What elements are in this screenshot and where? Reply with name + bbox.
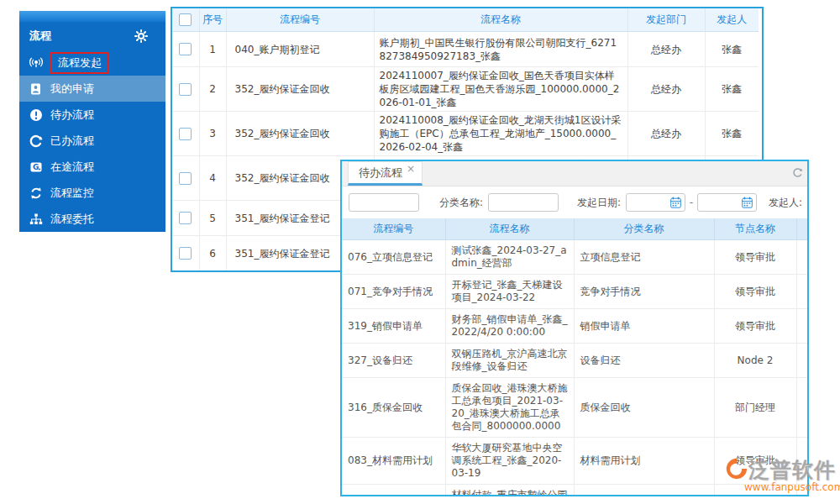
todo-node: 部门经理: [714, 378, 796, 438]
list-item[interactable]: 316_质保金回收 质保金回收_港珠澳大桥施工总承包项目_2021-03-20_…: [342, 378, 807, 438]
table-row[interactable]: 2 352_履约保证金回收 2024110007_履约保证金回收_国色天香项目实…: [172, 67, 759, 112]
sidebar-item-process-monitor[interactable]: 流程监控: [19, 180, 165, 206]
sidebar-item-my-applications[interactable]: 我的申请: [19, 76, 165, 102]
tab-label: 待办流程: [359, 165, 402, 181]
col-header-category: 分类名称: [574, 218, 714, 240]
todo-name: 开标登记_张鑫_天梯建设项目_2024-03-22: [445, 275, 574, 309]
process-start-highlight: 流程发起: [50, 52, 109, 74]
row-person: 张鑫: [705, 32, 759, 67]
sidebar-top-strip: [19, 11, 165, 22]
redo-c-icon: [29, 134, 43, 148]
vendor-watermark: 泛普软件 www.fanpusoft.com: [724, 456, 840, 493]
row-checkbox[interactable]: [179, 212, 192, 224]
list-item[interactable]: 319_销假申请单 财务部_销假申请单_张鑫_2022/4/20 0:00:00…: [342, 309, 807, 344]
sidebar-item-label: 流程发起: [58, 56, 102, 69]
todo-code: 083_材料需用计划: [342, 438, 445, 485]
keyword-input[interactable]: [349, 193, 419, 212]
badge-person-icon: [29, 82, 43, 96]
col-header-code: 流程编号: [342, 218, 445, 240]
row-checkbox[interactable]: [179, 172, 192, 185]
select-all-checkbox[interactable]: [179, 13, 192, 26]
sidebar-item-process-start[interactable]: 流程发起: [19, 50, 165, 76]
todo-name: 财务部_销假申请单_张鑫_2022/4/20 0:00:00: [445, 309, 574, 344]
row-checkbox[interactable]: [179, 128, 192, 140]
todo-code: 327_设备归还: [342, 344, 445, 378]
row-dept: 总经办: [627, 32, 705, 67]
todo-category: 质保金回收: [574, 378, 714, 438]
row-checkbox[interactable]: [179, 43, 192, 55]
row-name: 2024110007_履约保证金回收_国色天香项目实体样板房区域园建工程_国色天…: [374, 67, 627, 112]
col-header-name: 流程名称: [445, 218, 574, 240]
sidebar-item-label: 已办流程: [50, 134, 94, 149]
row-index: 6: [199, 236, 226, 271]
todo-code: 319_销假申请单: [342, 309, 445, 344]
col-header-blank: [796, 218, 807, 240]
col-header-node: 节点名称: [714, 218, 796, 240]
todo-name: 材料付款_重庆市鹅岭公园绿化景观提升工程施工_付安琼_2020-03-08: [445, 485, 574, 497]
todo-category: 销假申请单: [574, 309, 714, 344]
date-to-input[interactable]: [697, 193, 757, 212]
tab-todo-process[interactable]: 待办流程 ×: [348, 161, 423, 186]
row-index: 4: [199, 156, 226, 201]
todo-node: 领导审批: [714, 309, 796, 344]
sidebar-item-label: 在途流程: [50, 160, 94, 175]
todo-process-panel: 待办流程 × 分类名称: 发起日期: -: [340, 160, 809, 496]
refresh-icon[interactable]: [792, 165, 803, 181]
row-dept: 总经办: [627, 67, 705, 112]
todo-code: 316_质保金回收: [342, 378, 445, 438]
sidebar-header: 流程: [19, 22, 165, 50]
row-person: 张鑫: [705, 112, 759, 156]
broadcast-icon: [29, 56, 43, 70]
sidebar-item-done-processes[interactable]: 已办流程: [19, 128, 165, 154]
row-checkbox[interactable]: [179, 247, 192, 260]
row-person: 张鑫: [705, 67, 759, 112]
date-range-separator: -: [690, 197, 693, 208]
close-icon[interactable]: ×: [407, 163, 415, 175]
col-header-code: 流程编号: [226, 8, 374, 32]
category-input[interactable]: [488, 193, 559, 212]
sidebar-item-label: 流程委托: [50, 212, 94, 227]
todo-name: 质保金回收_港珠澳大桥施工总承包项目_2021-03-20_港珠澳大桥施工总承包…: [445, 378, 574, 438]
list-item[interactable]: 327_设备归还 双钢压路机_京沪高速北京段维修_设备归还 设备归还 Node …: [342, 344, 807, 378]
sidebar-item-label: 我的申请: [50, 81, 94, 97]
todo-name: 测试张鑫_2024-03-27_admin_经营部: [445, 240, 574, 275]
todo-category: 材料付款: [574, 485, 714, 497]
list-item[interactable]: 071_竞争对手情况 开标登记_张鑫_天梯建设项目_2024-03-22 竞争对…: [342, 275, 807, 309]
gear-icon[interactable]: [134, 29, 148, 43]
vendor-brand-text: 泛普软件: [748, 456, 836, 484]
todo-table: 流程编号 流程名称 分类名称 节点名称 076_立项信息登记 测试张鑫_2024…: [342, 218, 807, 496]
sitemap-icon: [29, 213, 43, 226]
sync-arrows-icon: [29, 186, 43, 200]
date-from-input[interactable]: [626, 193, 685, 212]
todo-code: 071_竞争对手情况: [342, 275, 445, 309]
todo-code: 092_材料付款: [342, 485, 445, 497]
row-code: 352_履约保证金回收: [226, 67, 374, 112]
list-item[interactable]: 076_立项信息登记 测试张鑫_2024-03-27_admin_经营部 立项信…: [342, 240, 807, 275]
table-row[interactable]: 1 040_账户期初登记 账户期初_中国民生银行股份有限公司朝阳支行_62718…: [172, 32, 759, 67]
col-header-name: 流程名称: [374, 8, 627, 32]
todo-table-header-row: 流程编号 流程名称 分类名称 节点名称: [342, 218, 807, 240]
initiator-label: 发起人:: [769, 196, 802, 210]
exclamation-circle-icon: [29, 108, 43, 122]
todo-code: 076_立项信息登记: [342, 240, 445, 275]
category-label: 分类名称:: [439, 196, 483, 210]
todo-category: 设备归还: [574, 344, 714, 378]
sidebar-item-todo-processes[interactable]: 待办流程: [19, 102, 165, 128]
vendor-logo-icon: [724, 457, 748, 484]
todo-node: 领导审批: [714, 240, 796, 275]
sidebar-item-label: 流程监控: [50, 186, 94, 201]
todo-name: 双钢压路机_京沪高速北京段维修_设备归还: [445, 344, 574, 378]
vendor-url-text: www.fanpusoft.com: [744, 481, 840, 493]
todo-node: 领导审批: [714, 275, 796, 309]
main-table-header-row: 序号 流程编号 流程名称 发起部门 发起人: [172, 8, 759, 32]
todo-category: 材料需用计划: [574, 438, 714, 485]
calendar-icon: [670, 197, 681, 208]
row-checkbox[interactable]: [179, 83, 192, 96]
sidebar-item-label: 待办流程: [50, 108, 94, 123]
table-row[interactable]: 3 352_履约保证金回收 2024110008_履约保证金回收_龙湖天街城1区…: [172, 112, 759, 156]
sidebar: 流程 流程发起: [19, 11, 165, 232]
sidebar-title: 流程: [29, 29, 51, 44]
todo-name: 华软大厦研究基地中央空调系统工程_张鑫_2020-03-19: [445, 438, 574, 485]
sidebar-item-process-delegate[interactable]: 流程委托: [19, 206, 165, 232]
sidebar-item-inflight-processes[interactable]: G 在途流程: [19, 154, 165, 180]
